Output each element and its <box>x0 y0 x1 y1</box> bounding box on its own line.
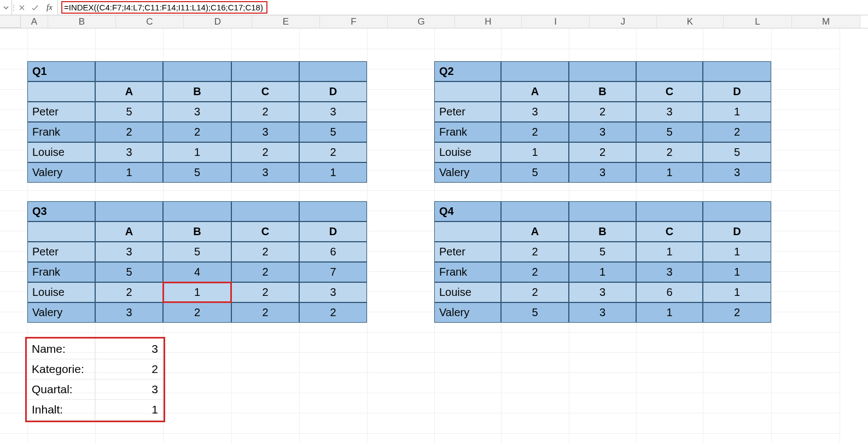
q4-val-2-1[interactable]: 3 <box>569 282 636 302</box>
q4-val-0-3[interactable]: 1 <box>703 242 771 262</box>
q2-val-3-3[interactable]: 3 <box>703 162 771 183</box>
summary-value-0[interactable]: 3 <box>95 339 163 359</box>
q3-val-3-0[interactable]: 3 <box>95 302 163 323</box>
q4-val-0-1[interactable]: 5 <box>569 242 636 262</box>
column-header-F[interactable]: F <box>320 15 388 28</box>
column-header-B[interactable]: B <box>48 15 116 28</box>
q1-val-0-0[interactable]: 5 <box>95 102 163 122</box>
q4-val-1-2[interactable]: 3 <box>636 262 703 282</box>
q1-colh-2: C <box>231 81 299 102</box>
q1-val-3-3[interactable]: 1 <box>299 162 367 183</box>
q2-val-0-1[interactable]: 2 <box>569 102 636 122</box>
column-header-J[interactable]: J <box>590 15 657 28</box>
q3-val-2-0[interactable]: 2 <box>95 282 163 302</box>
q1-val-0-1[interactable]: 3 <box>163 102 231 122</box>
q3-val-1-1[interactable]: 4 <box>163 262 231 282</box>
q4-val-3-2[interactable]: 1 <box>636 302 703 323</box>
q2-rowh-1: Frank <box>434 122 501 142</box>
q2-val-0-0[interactable]: 3 <box>501 102 569 122</box>
q2-val-1-0[interactable]: 2 <box>501 122 569 142</box>
q2-titlebar-4 <box>703 61 771 81</box>
column-header-K[interactable]: K <box>657 15 724 28</box>
q2-val-0-2[interactable]: 3 <box>636 102 703 122</box>
q3-val-1-2[interactable]: 2 <box>231 262 299 282</box>
q2-val-1-2[interactable]: 5 <box>636 122 703 142</box>
q3-val-3-3[interactable]: 2 <box>299 302 367 323</box>
cancel-icon[interactable] <box>15 0 28 15</box>
column-header-D[interactable]: D <box>184 15 252 28</box>
formula-input[interactable]: =INDEX((C4:F7;I4:L7;C11:F14;I11:L14);C16… <box>58 0 868 15</box>
q4-val-3-1[interactable]: 3 <box>569 302 636 323</box>
q3-val-0-3[interactable]: 6 <box>299 242 367 262</box>
q2-colh-0: A <box>501 81 569 102</box>
q4-val-2-0[interactable]: 2 <box>501 282 569 302</box>
q1-val-1-2[interactable]: 3 <box>231 122 299 142</box>
summary-label-3: Inhalt: <box>27 400 95 420</box>
q2-val-3-2[interactable]: 1 <box>636 162 703 183</box>
q2-val-2-0[interactable]: 1 <box>501 142 569 162</box>
q1-val-3-2[interactable]: 3 <box>231 162 299 183</box>
q4-val-3-0[interactable]: 5 <box>501 302 569 323</box>
q2-val-3-1[interactable]: 3 <box>569 162 636 183</box>
column-header-I[interactable]: I <box>522 15 590 28</box>
column-header-H[interactable]: H <box>455 15 522 28</box>
q2-titlebar-2 <box>569 61 636 81</box>
q1-val-2-0[interactable]: 3 <box>95 142 163 162</box>
q1-val-1-1[interactable]: 2 <box>163 122 231 142</box>
q4-val-1-1[interactable]: 1 <box>569 262 636 282</box>
q4-val-1-3[interactable]: 1 <box>703 262 771 282</box>
summary-value-1[interactable]: 2 <box>95 359 163 380</box>
q1-val-3-0[interactable]: 1 <box>95 162 163 183</box>
q1-val-3-1[interactable]: 5 <box>163 162 231 183</box>
enter-icon[interactable] <box>28 0 42 15</box>
column-header-C[interactable]: C <box>116 15 184 28</box>
q4-val-2-3[interactable]: 1 <box>703 282 771 302</box>
q3-val-2-1[interactable]: 1 <box>163 282 231 302</box>
q3-val-1-3[interactable]: 7 <box>299 262 367 282</box>
summary-value-2[interactable]: 3 <box>95 380 163 400</box>
q4-val-0-2[interactable]: 1 <box>636 242 703 262</box>
q3-val-2-3[interactable]: 3 <box>299 282 367 302</box>
q1-titlebar-3 <box>231 61 299 81</box>
q1-val-2-2[interactable]: 2 <box>231 142 299 162</box>
q4-titlebar-3 <box>636 201 703 222</box>
q3-val-3-1[interactable]: 2 <box>163 302 231 323</box>
q3-val-0-1[interactable]: 5 <box>163 242 231 262</box>
select-all-corner[interactable] <box>0 15 21 28</box>
q3-val-1-0[interactable]: 5 <box>95 262 163 282</box>
q1-val-2-1[interactable]: 1 <box>163 142 231 162</box>
q2-val-1-1[interactable]: 3 <box>569 122 636 142</box>
q3-colh-1: B <box>163 222 231 242</box>
q3-val-3-2[interactable]: 2 <box>231 302 299 323</box>
q1-titlebar-2 <box>163 61 231 81</box>
q2-val-1-3[interactable]: 2 <box>703 122 771 142</box>
q1-val-0-2[interactable]: 2 <box>231 102 299 122</box>
fx-icon[interactable]: fx <box>42 0 58 15</box>
q1-colh-empty <box>27 81 95 102</box>
q2-rowh-2: Louise <box>434 142 501 162</box>
q4-val-2-2[interactable]: 6 <box>636 282 703 302</box>
column-header-L[interactable]: L <box>724 15 792 28</box>
q3-val-0-2[interactable]: 2 <box>231 242 299 262</box>
q1-val-1-0[interactable]: 2 <box>95 122 163 142</box>
q3-val-0-0[interactable]: 3 <box>95 242 163 262</box>
q2-val-2-2[interactable]: 2 <box>636 142 703 162</box>
column-header-M[interactable]: M <box>792 15 860 28</box>
q1-val-1-3[interactable]: 5 <box>299 122 367 142</box>
column-header-A[interactable]: A <box>21 15 48 28</box>
q2-val-3-0[interactable]: 5 <box>501 162 569 183</box>
summary-value-3[interactable]: 1 <box>95 400 163 420</box>
q1-val-2-3[interactable]: 2 <box>299 142 367 162</box>
spreadsheet-grid[interactable]: Q1ABCDPeter5323Frank2235Louise3122Valery… <box>0 28 868 443</box>
q4-val-0-0[interactable]: 2 <box>501 242 569 262</box>
q4-val-1-0[interactable]: 2 <box>501 262 569 282</box>
q2-val-2-1[interactable]: 2 <box>569 142 636 162</box>
q2-titlebar-3 <box>636 61 703 81</box>
q3-val-2-2[interactable]: 2 <box>231 282 299 302</box>
q4-val-3-3[interactable]: 2 <box>703 302 771 323</box>
column-header-G[interactable]: G <box>388 15 455 28</box>
column-header-E[interactable]: E <box>252 15 320 28</box>
q1-val-0-3[interactable]: 3 <box>299 102 367 122</box>
q2-val-0-3[interactable]: 1 <box>703 102 771 122</box>
q2-val-2-3[interactable]: 5 <box>703 142 771 162</box>
